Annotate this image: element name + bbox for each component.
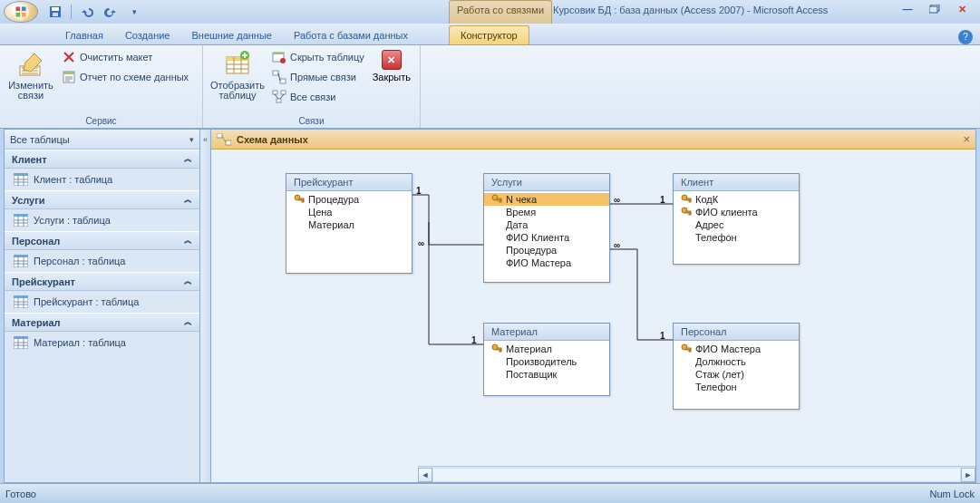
window-title: Курсовик БД : база данных (Access 2007) …	[553, 5, 828, 15]
field-row[interactable]: Процедура	[286, 193, 412, 206]
minimize-button[interactable]: —	[897, 2, 918, 16]
nav-item[interactable]: Материал : таблица	[5, 332, 199, 353]
clear-layout-label: Очистить макет	[80, 52, 152, 63]
scroll-right-icon[interactable]: ►	[961, 468, 975, 482]
nav-group-header[interactable]: Прейскурант︽	[5, 272, 199, 291]
relationship-canvas[interactable]: ПрейскурантПроцедураЦенаМатериалУслугиN …	[211, 150, 975, 482]
field-row[interactable]: N чека	[484, 193, 609, 206]
hide-table-button[interactable]: Скрыть таблицу	[270, 48, 366, 66]
close-button[interactable]: ✕	[951, 2, 973, 16]
undo-icon[interactable]	[77, 2, 97, 22]
table-window-header[interactable]: Персонал	[674, 324, 799, 341]
tab-create[interactable]: Создание	[114, 26, 181, 44]
table-window-header[interactable]: Клиент	[674, 174, 799, 191]
svg-rect-35	[226, 140, 231, 145]
field-row[interactable]: ФИО Мастера	[484, 256, 609, 269]
table-window[interactable]: УслугиN чекаВремяДатаФИО КлиентаПроцедур…	[483, 173, 610, 283]
field-name: Дата	[506, 219, 528, 230]
tab-home[interactable]: Главная	[54, 26, 114, 44]
svg-rect-6	[52, 7, 59, 11]
save-icon[interactable]	[45, 2, 65, 22]
field-name: КодК	[695, 194, 718, 205]
nav-dropdown-icon[interactable]: ▾	[189, 135, 194, 144]
svg-rect-19	[273, 71, 278, 75]
tab-designer[interactable]: Конструктор	[449, 25, 529, 44]
contextual-tab-group: Работа со связями	[449, 0, 552, 24]
show-table-button[interactable]: Отобразить таблицу	[209, 48, 267, 102]
key-icon	[681, 343, 692, 354]
nav-group-header[interactable]: Материал︽	[5, 313, 199, 332]
field-row[interactable]: ФИО Мастера	[674, 343, 799, 355]
table-window-body: ФИО МастераДолжностьСтаж (лет)Телефон	[674, 341, 799, 409]
field-row[interactable]: Дата	[484, 218, 609, 231]
all-relationships-button[interactable]: Все связи	[270, 88, 366, 106]
field-row[interactable]: Телефон	[674, 381, 799, 393]
scroll-track[interactable]	[432, 468, 961, 482]
field-name: Стаж (лет)	[695, 369, 744, 380]
field-row[interactable]: КодК	[674, 193, 799, 206]
title-bar: ▾ Работа со связями Курсовик БД : база д…	[0, 0, 980, 24]
field-row[interactable]: Телефон	[674, 231, 799, 244]
nav-item[interactable]: Прейскурант : таблица	[5, 291, 199, 313]
svg-rect-17	[273, 53, 284, 54]
table-window[interactable]: ПерсоналФИО МастераДолжностьСтаж (лет)Те…	[673, 323, 800, 410]
nav-group-header[interactable]: Клиент︽	[5, 150, 199, 169]
field-row[interactable]: ФИО Клиента	[484, 231, 609, 244]
direct-relationships-label: Прямые связи	[290, 72, 356, 82]
nav-item[interactable]: Персонал : таблица	[5, 250, 199, 272]
document-tab[interactable]: Схема данных ×	[211, 130, 975, 150]
cardinality-label: ∞	[418, 238, 424, 248]
tab-database-tools[interactable]: Работа с базами данных	[283, 26, 419, 44]
restore-button[interactable]	[924, 2, 946, 16]
field-row[interactable]: Процедура	[484, 244, 609, 256]
field-row[interactable]: Должность	[674, 355, 799, 368]
table-window[interactable]: КлиентКодКФИО клиентаАдресТелефон	[673, 173, 800, 265]
field-row[interactable]: Стаж (лет)	[674, 368, 799, 381]
window-controls: — ✕	[897, 2, 973, 16]
field-row[interactable]: Материал	[286, 218, 412, 231]
direct-relationships-button[interactable]: Прямые связи	[270, 68, 366, 86]
nav-item[interactable]: Клиент : таблица	[5, 169, 199, 190]
scroll-left-icon[interactable]: ◄	[418, 468, 432, 482]
field-row[interactable]: Поставщик	[484, 368, 609, 381]
help-button[interactable]: ?	[958, 30, 973, 44]
table-window[interactable]: МатериалМатериалПроизводительПоставщик	[483, 323, 610, 396]
field-name: N чека	[506, 194, 537, 205]
ribbon-group-relationships: Связи	[209, 114, 414, 128]
table-window-header[interactable]: Услуги	[484, 174, 609, 191]
svg-rect-41	[500, 200, 501, 202]
svg-rect-20	[280, 79, 286, 83]
close-designer-button[interactable]: ✕ Закрыть	[370, 48, 413, 84]
qat-customize-icon[interactable]: ▾	[124, 2, 144, 22]
chevron-up-icon: ︽	[184, 153, 192, 165]
nav-group-header[interactable]: Услуги︽	[5, 190, 199, 209]
nav-item[interactable]: Услуги : таблица	[5, 209, 199, 231]
table-window[interactable]: ПрейскурантПроцедураЦенаМатериал	[286, 173, 412, 274]
field-row[interactable]: ФИО клиента	[674, 206, 799, 218]
field-name: ФИО Мастера	[506, 257, 571, 268]
nav-pane-header[interactable]: Все таблицы ▾	[5, 130, 199, 150]
field-row[interactable]: Адрес	[674, 218, 799, 231]
field-row[interactable]: Цена	[286, 206, 412, 218]
chevron-up-icon: ︽	[184, 235, 192, 247]
field-row[interactable]: Производитель	[484, 355, 609, 368]
table-window-header[interactable]: Прейскурант	[286, 174, 412, 191]
relationship-report-button[interactable]: Отчет по схеме данных	[60, 68, 190, 86]
field-row[interactable]: Время	[484, 206, 609, 218]
status-ready: Готово	[5, 488, 36, 499]
field-row[interactable]: Материал	[484, 343, 609, 355]
tab-external-data[interactable]: Внешние данные	[181, 26, 283, 44]
table-window-header[interactable]: Материал	[484, 324, 609, 341]
svg-rect-47	[689, 213, 691, 215]
svg-rect-4	[22, 13, 26, 17]
edit-relationships-button[interactable]: Изменить связи	[5, 48, 56, 102]
horizontal-scrollbar[interactable]: ◄ ►	[418, 466, 975, 482]
nav-collapse-bar[interactable]: «	[200, 130, 211, 482]
office-button[interactable]	[4, 1, 38, 23]
nav-pane-title: Все таблицы	[10, 134, 70, 145]
document-close-icon[interactable]: ×	[963, 132, 970, 146]
clear-layout-button[interactable]: Очистить макет	[60, 48, 190, 66]
nav-group-header[interactable]: Персонал︽	[5, 231, 199, 250]
field-name: Процедура	[308, 194, 359, 205]
redo-icon[interactable]	[101, 2, 121, 22]
